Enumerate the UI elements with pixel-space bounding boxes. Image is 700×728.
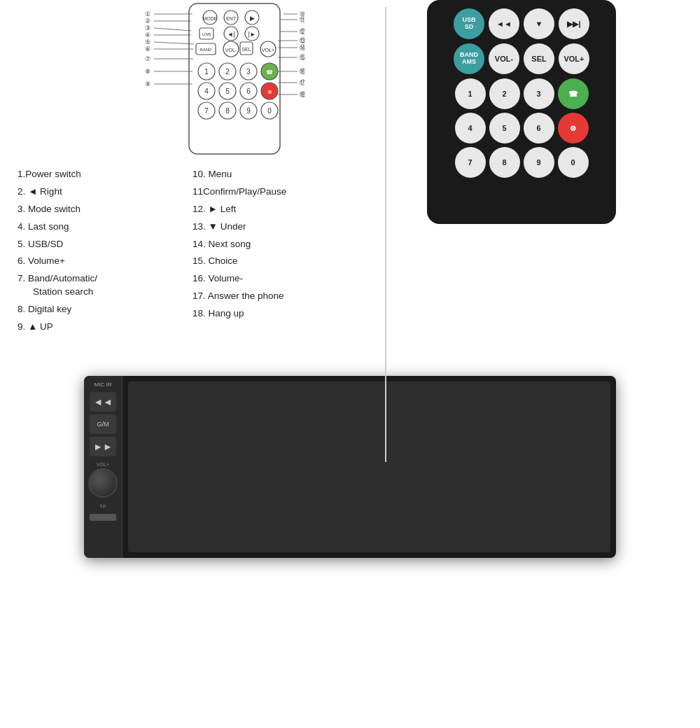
- label-7: 7. Band/Automatic/ Station search: [18, 272, 192, 299]
- svg-text:|►: |►: [248, 31, 255, 38]
- sel-button[interactable]: SEL: [524, 43, 554, 74]
- svg-text:⑰: ⑰: [300, 79, 304, 86]
- labels-col-right: 10. Menu 11Confirm/Play/Pause 12. ► Left…: [192, 168, 368, 334]
- svg-text:3: 3: [246, 68, 251, 76]
- svg-text:VOL+: VOL+: [262, 48, 274, 52]
- band-ams-button[interactable]: BANDAMS: [454, 43, 484, 74]
- diagram-right: USBSD ◄◄ ▼ ▶▶| BANDAMS VOL- SEL VOL+ 1 2…: [385, 0, 658, 341]
- prev-button[interactable]: ◄◄: [489, 8, 519, 39]
- remote-photo: USBSD ◄◄ ▼ ▶▶| BANDAMS VOL- SEL VOL+ 1 2…: [427, 0, 616, 224]
- label-11: 11Confirm/Play/Pause: [192, 186, 368, 199]
- stereo-gm-button[interactable]: G/M: [90, 414, 116, 434]
- btn-7[interactable]: 7: [455, 147, 486, 178]
- btn-3[interactable]: 3: [524, 78, 554, 109]
- svg-text:2: 2: [225, 68, 230, 76]
- svg-text:①: ①: [145, 10, 150, 18]
- label-9: 9. ▲ UP: [18, 321, 192, 334]
- svg-text:6: 6: [246, 88, 251, 95]
- svg-text:4: 4: [204, 88, 209, 95]
- svg-text:9: 9: [246, 107, 251, 115]
- section-divider: [385, 7, 386, 462]
- label-17: 17. Answer the phone: [192, 290, 368, 303]
- stereo-screen: [128, 382, 610, 552]
- btn-6[interactable]: 6: [524, 113, 554, 144]
- svg-text:USB: USB: [202, 32, 211, 36]
- label-3: 3. Mode switch: [18, 203, 192, 216]
- svg-text:④: ④: [145, 31, 150, 38]
- bottom-section: MIC IR ◄◄ G/M ►► VOL+ TF: [0, 362, 700, 572]
- svg-text:⑫: ⑫: [300, 28, 304, 35]
- knob-container: VOL+: [88, 462, 118, 498]
- btn-9[interactable]: 9: [524, 147, 554, 178]
- svg-text:⑱: ⑱: [300, 91, 304, 98]
- svg-text:⑭: ⑭: [300, 44, 304, 51]
- svg-text:⑮: ⑮: [300, 54, 304, 61]
- stereo-left-panel: MIC IR ◄◄ G/M ►► VOL+ TF: [84, 376, 122, 558]
- btn-green[interactable]: ☎: [558, 78, 589, 109]
- next-button[interactable]: ▶▶|: [559, 8, 589, 39]
- svg-text:1: 1: [204, 68, 209, 76]
- diagram-left: MODE ENT ▶ USB ◄| |► BAND VOL- SEL: [0, 0, 385, 341]
- labels-container: 1.Power switch 2. ◄ Right 3. Mode switch…: [4, 161, 382, 341]
- svg-text:⑥: ⑥: [145, 46, 150, 52]
- label-10: 10. Menu: [192, 168, 368, 181]
- svg-text:ENT: ENT: [226, 16, 237, 21]
- vol-label: VOL+: [97, 462, 109, 467]
- label-16: 16. Volume-: [192, 272, 368, 286]
- svg-text:◄|: ◄|: [227, 31, 234, 38]
- stereo-unit: MIC IR ◄◄ G/M ►► VOL+ TF: [84, 376, 616, 558]
- label-14: 14. Next song: [192, 238, 368, 251]
- label-8: 8. Digital key: [18, 303, 192, 316]
- svg-text:⑪: ⑪: [300, 16, 304, 23]
- svg-text:⑬: ⑬: [300, 37, 304, 44]
- tf-slot[interactable]: [90, 514, 116, 521]
- label-15: 15. Choice: [192, 255, 368, 268]
- label-4: 4. Last song: [18, 220, 192, 234]
- svg-text:②: ②: [145, 18, 150, 24]
- numpad: 1 2 3 ☎ 4 5 6 ⊗ 7 8 9 0: [455, 78, 589, 178]
- tf-label: TF: [99, 503, 106, 510]
- svg-text:0: 0: [267, 107, 272, 115]
- remote-row-2: BANDAMS VOL- SEL VOL+: [454, 43, 589, 74]
- usb-sd-button[interactable]: USBSD: [454, 8, 484, 39]
- svg-text:5: 5: [225, 88, 230, 95]
- stereo-prev-button[interactable]: ◄◄: [90, 392, 116, 412]
- label-1: 1.Power switch: [18, 168, 192, 181]
- svg-text:VOL-: VOL-: [225, 48, 237, 52]
- volume-knob[interactable]: [88, 468, 118, 498]
- remote-diagram-container: MODE ENT ▶ USB ◄| |► BAND VOL- SEL: [80, 0, 304, 161]
- svg-text:8: 8: [225, 107, 230, 115]
- label-12: 12. ► Left: [192, 203, 368, 216]
- btn-0[interactable]: 0: [558, 147, 589, 178]
- label-13: 13. ▼ Under: [192, 220, 368, 234]
- label-2: 2. ◄ Right: [18, 186, 192, 199]
- svg-text:MODE: MODE: [203, 16, 218, 21]
- svg-text:7: 7: [204, 107, 209, 115]
- svg-text:BAND: BAND: [200, 48, 212, 52]
- vol-minus-button[interactable]: VOL-: [489, 43, 519, 74]
- svg-text:③: ③: [145, 24, 150, 31]
- label-6: 6. Volume+: [18, 255, 192, 268]
- svg-line-49: [154, 28, 191, 31]
- btn-4[interactable]: 4: [455, 113, 486, 144]
- vol-plus-button[interactable]: VOL+: [559, 43, 589, 74]
- mic-ir-label: MIC IR: [94, 382, 112, 388]
- stereo-next-button[interactable]: ►►: [90, 437, 116, 456]
- btn-red[interactable]: ⊗: [558, 113, 589, 144]
- remote-diagram-svg: MODE ENT ▶ USB ◄| |► BAND VOL- SEL: [80, 0, 304, 161]
- svg-line-53: [154, 42, 194, 44]
- svg-text:⑨: ⑨: [145, 80, 150, 88]
- svg-text:SEL: SEL: [241, 47, 251, 52]
- btn-1[interactable]: 1: [455, 78, 486, 109]
- svg-text:☎: ☎: [266, 69, 273, 76]
- btn-8[interactable]: 8: [489, 147, 520, 178]
- btn-5[interactable]: 5: [489, 113, 520, 144]
- svg-text:⑯: ⑯: [300, 68, 304, 75]
- svg-text:⊗: ⊗: [267, 89, 272, 95]
- label-18: 18. Hang up: [192, 307, 368, 321]
- remote-row-1: USBSD ◄◄ ▼ ▶▶|: [454, 8, 589, 39]
- label-5: 5. USB/SD: [18, 238, 192, 251]
- down-button[interactable]: ▼: [524, 8, 554, 39]
- svg-text:⑦: ⑦: [145, 55, 150, 62]
- btn-2[interactable]: 2: [489, 78, 520, 109]
